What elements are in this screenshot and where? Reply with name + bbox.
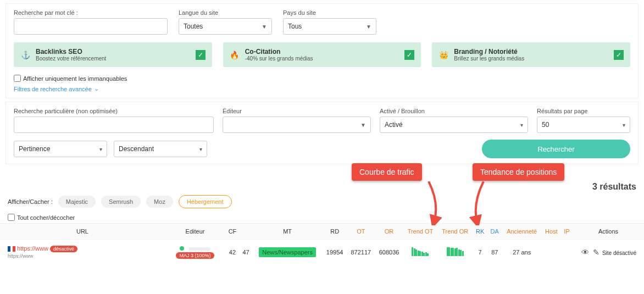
row-ip [561,240,573,265]
keyword-input[interactable] [14,18,168,35]
sort-field-value: Pertinence [19,145,50,153]
editor-label: Éditeur [223,108,371,114]
eye-icon[interactable]: 👁 [581,248,589,257]
trend-ot-sparkline [409,247,431,257]
anchor-icon: ⚓ [20,50,30,60]
tile-backlinks[interactable]: ⚓ Backlinks SEO Boostez votre référencem… [14,42,212,67]
th-mt[interactable]: MT [252,224,323,240]
editor-select[interactable]: ▼ [223,117,371,133]
tile-branding-sub: Brillez sur les grands médias [454,56,524,62]
row-rd: 19954 [323,240,347,265]
advanced-filters-link[interactable]: Filtres de recherche avancée ⌄ [14,85,630,92]
check-all-checkbox[interactable] [8,214,15,221]
country-select-value: Tous [288,23,302,30]
sort-dir-value: Descendant [119,145,154,153]
country-label: Pays du site [283,9,376,16]
advanced-filters-label: Filtres de recherche avancée [14,86,92,92]
caret-down-icon: ▾ [99,146,102,152]
trend-or-sparkline [444,247,466,257]
status-value: Activé [385,121,403,129]
th-ip[interactable]: IP [561,224,573,240]
th-ot[interactable]: OT [347,224,375,240]
country-select[interactable]: Tous ▼ [283,18,376,35]
only-must-checkbox-row[interactable]: Afficher uniquement les immanquables [14,75,630,82]
check-all-label: Tout cocher/décocher [17,214,75,221]
status-label: Activé / Brouillon [380,108,528,114]
th-trend-ot[interactable]: Trend OT [403,224,438,240]
tile-branding-title: Branding / Notoriété [454,48,524,56]
row-url[interactable]: https://www [17,245,48,252]
tile-cocitation-sub: -40% sur les grands médias [245,56,313,62]
edit-icon[interactable]: ✎ [593,248,599,257]
th-trend-or[interactable]: Trend OR [437,224,473,240]
lang-select[interactable]: Toutes ▼ [179,18,272,35]
only-must-label: Afficher uniquement les immanquables [23,75,127,82]
search-button[interactable]: Rechercher [482,140,630,158]
sort-dir-select[interactable]: Descendant ▾ [114,141,207,157]
status-dot-icon [180,246,184,251]
caret-down-icon: ▾ [623,122,625,128]
row-cf: 42 [225,240,240,265]
tile-branding[interactable]: 👑 Branding / Notoriété Brillez sur les g… [432,42,630,67]
status-select[interactable]: Activé ▾ [380,117,528,133]
row-anc: 27 ans [502,240,542,265]
caret-down-icon: ▼ [262,24,267,30]
flag-fr-icon [8,246,15,252]
results-count: 3 résultats [592,182,636,192]
row-da: 87 [487,240,502,265]
lang-label: Langue du site [179,9,272,16]
lang-select-value: Toutes [184,23,203,30]
caret-down-icon: ▼ [366,24,371,30]
tile-backlinks-title: Backlinks SEO [36,48,106,56]
pill-semrush[interactable]: Semrush [101,196,141,208]
crown-icon: 👑 [438,50,448,60]
caret-down-icon: ▾ [199,146,202,152]
tile-backlinks-checkbox[interactable]: ✓ [196,50,206,60]
row-ot: 872117 [347,240,375,265]
th-editor[interactable]: Editeur [165,224,225,240]
check-all-row[interactable]: Tout cocher/décocher [8,214,636,221]
th-host[interactable]: Host [542,224,561,240]
tile-cocitation-checkbox[interactable]: ✓ [404,50,414,60]
row-action-text: Site désactivé [602,250,636,256]
tile-branding-checkbox[interactable]: ✓ [614,50,624,60]
only-must-checkbox[interactable] [14,75,21,82]
particular-input[interactable] [14,117,214,133]
row-maj-badge: MAJ 3 (100%) [176,252,214,259]
pill-majestic[interactable]: Majestic [58,196,96,208]
sort-field-select[interactable]: Pertinence ▾ [14,141,107,157]
perpage-label: Résultats par page [537,108,630,114]
table-row[interactable]: https://www désactivé https://www MAJ 3 … [0,240,644,265]
editor-bar-icon [188,247,210,251]
th-rd[interactable]: RD [323,224,347,240]
caret-down-icon: ▼ [360,122,366,128]
row-or: 608036 [375,240,403,265]
tile-cocitation-title: Co-Citation [245,48,313,56]
th-anc[interactable]: Ancienneté [502,224,542,240]
callout-positions: Tendance de positions [473,163,564,181]
th-da[interactable]: DA [487,224,502,240]
fire-icon: 🔥 [230,50,240,60]
pill-moz[interactable]: Moz [146,196,173,208]
tile-backlinks-sub: Boostez votre référencement [36,56,106,62]
th-rk[interactable]: RK [473,224,487,240]
row-rk: 7 [473,240,487,265]
tile-cocitation[interactable]: 🔥 Co-Citation -40% sur les grands médias… [223,42,421,67]
pills-label: Afficher/Cacher : [8,198,53,205]
th-actions[interactable]: Actions [573,224,644,240]
caret-down-icon: ▾ [520,122,523,128]
arrow-positions-icon [467,181,489,225]
th-or[interactable]: OR [375,224,403,240]
pill-hebergement[interactable]: Hébergement [179,195,232,208]
th-url[interactable]: URL [0,224,165,240]
th-cf[interactable]: CF [225,224,240,240]
perpage-value: 50 [542,121,549,129]
chevron-down-icon: ⌄ [94,85,99,92]
th-tf[interactable] [240,224,252,240]
row-host [542,240,561,265]
keyword-label: Recherche par mot clé : [14,9,168,16]
arrow-traffic-icon [423,181,445,225]
particular-label: Recherche particulière (non optimisée) [14,108,214,114]
row-mt: News/Newspapers [259,247,316,257]
perpage-select[interactable]: 50 ▾ [537,117,630,133]
